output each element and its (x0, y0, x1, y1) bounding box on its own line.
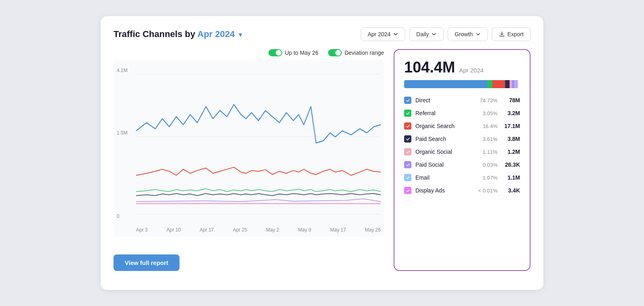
total-number: 104.4M (404, 59, 455, 76)
main-card: Traffic Channels by Apr 2024 ▾ Apr 2024 … (101, 16, 543, 290)
x-label-6: May 17 (330, 227, 346, 233)
y-label-zero: 0 (117, 213, 120, 219)
channel-pct: < 0.01% (477, 188, 497, 194)
toggle-switch-may[interactable] (268, 49, 282, 56)
channel-val: 1.2M (502, 149, 520, 155)
stacked-bar-segment-display-ads (516, 80, 518, 88)
channel-val: 78M (502, 97, 520, 103)
total-period: Apr 2024 (459, 67, 484, 74)
toggle-label-may: Up to May 26 (285, 50, 318, 56)
channel-checkbox-paid-social[interactable] (404, 161, 411, 168)
channel-name: Email (415, 174, 473, 181)
interval-chevron-icon (431, 31, 437, 37)
x-label-0: Apr 3 (136, 227, 148, 233)
view-report-button[interactable]: View full report (114, 254, 180, 271)
export-label: Export (508, 31, 524, 37)
channel-name: Direct (415, 97, 473, 103)
channel-name: Organic Social (415, 149, 473, 155)
channel-checkbox-referral[interactable] (404, 110, 411, 117)
card-title: Traffic Channels by Apr 2024 ▾ (114, 29, 242, 39)
x-label-1: Apr 10 (167, 227, 181, 233)
channel-checkbox-direct[interactable] (404, 97, 411, 104)
channel-val: 17.1M (502, 123, 520, 129)
channel-row[interactable]: Organic Social1.11%1.2M (404, 146, 520, 157)
channel-val: 3.2M (502, 110, 520, 116)
channel-val: 3.8M (502, 136, 520, 142)
channel-row[interactable]: Referral3.05%3.2M (404, 108, 520, 119)
metric-dropdown[interactable]: Growth (448, 27, 487, 41)
header-controls: Apr 2024 Daily Growth Export (361, 27, 530, 41)
channel-name: Paid Search (415, 136, 473, 142)
channel-list: Direct74.73%78MReferral3.05%3.2MOrganic … (404, 95, 520, 196)
toggle-deviation[interactable]: Deviation range (328, 49, 384, 56)
channel-checkbox-email[interactable] (404, 174, 411, 181)
channel-val: 3.4K (502, 187, 520, 194)
export-button[interactable]: Export (492, 27, 530, 41)
metric-label: Growth (454, 31, 473, 37)
channel-checkbox-organic-social[interactable] (404, 148, 411, 155)
channel-pct: 1.07% (477, 175, 497, 181)
x-label-4: May 2 (266, 227, 279, 233)
interval-dropdown[interactable]: Daily (409, 27, 444, 41)
interval-label: Daily (416, 31, 429, 37)
channel-name: Display Ads (415, 187, 473, 194)
card-header: Traffic Channels by Apr 2024 ▾ Apr 2024 … (114, 27, 530, 41)
export-icon (499, 31, 505, 37)
channel-row[interactable]: Direct74.73%78M (404, 95, 520, 106)
channel-checkbox-organic-search[interactable] (404, 122, 411, 130)
chart-wrapper: 4.1M 1.5M 0 (114, 60, 384, 237)
toggle-label-deviation: Deviation range (345, 50, 384, 56)
stacked-bar-segment-paid-search (505, 80, 510, 88)
channel-pct: 3.05% (477, 110, 497, 116)
title-type[interactable]: Apr 2024 (197, 29, 235, 39)
channel-name: Referral (415, 110, 473, 116)
date-label: Apr 2024 (367, 31, 390, 37)
x-axis-labels: Apr 3 Apr 10 Apr 17 Apr 25 May 2 May 9 M… (136, 227, 381, 233)
chart-area: Up to May 26 Deviation range 4.1M 1.5M 0 (114, 49, 384, 271)
toggle-up-to-may[interactable]: Up to May 26 (268, 49, 318, 56)
y-label-top: 4.1M (117, 68, 128, 73)
channel-row[interactable]: Paid Search3.61%3.8M (404, 133, 520, 145)
channel-row[interactable]: Email1.07%1.1M (404, 172, 520, 183)
channel-checkbox-display-ads[interactable] (404, 187, 411, 194)
x-label-5: May 9 (298, 227, 312, 233)
channel-pct: 0.03% (477, 162, 497, 168)
x-label-7: May 26 (365, 227, 381, 233)
channel-row[interactable]: Organic Search16.4%17.1M (404, 120, 520, 132)
stacked-bar-segment-direct (404, 80, 487, 88)
sidebar-panel: 104.4M Apr 2024 Direct74.73%78MReferral3… (394, 49, 530, 271)
channel-name: Paid Social (415, 161, 473, 168)
date-chevron-icon (393, 31, 398, 37)
channel-val: 26.3K (502, 161, 520, 168)
channel-name: Organic Search (415, 123, 473, 129)
date-dropdown[interactable]: Apr 2024 (361, 27, 405, 41)
title-prefix: Traffic Channels by (114, 29, 197, 39)
channel-row[interactable]: Display Ads< 0.01%3.4K (404, 185, 520, 196)
card-body: Up to May 26 Deviation range 4.1M 1.5M 0 (114, 49, 530, 271)
y-label-mid: 1.5M (117, 130, 128, 136)
channel-pct: 1.11% (477, 149, 497, 155)
channel-checkbox-paid-search[interactable] (404, 135, 411, 143)
channel-row[interactable]: Paid Social0.03%26.3K (404, 159, 520, 170)
channel-pct: 3.61% (477, 136, 497, 142)
stacked-bar-segment-referral (487, 80, 492, 88)
metric-chevron-icon (475, 31, 481, 37)
stacked-bar-segment-organic-search (492, 80, 505, 88)
stacked-bar (404, 80, 520, 88)
x-label-2: Apr 17 (200, 227, 214, 233)
chart-svg (136, 66, 381, 216)
channel-val: 1.1M (502, 174, 520, 181)
legend-toggles: Up to May 26 Deviation range (114, 49, 384, 56)
toggle-switch-deviation[interactable] (328, 49, 342, 56)
channel-pct: 74.73% (477, 97, 497, 103)
title-chevron-icon[interactable]: ▾ (239, 31, 242, 39)
x-label-3: Apr 25 (233, 227, 247, 233)
channel-pct: 16.4% (477, 123, 497, 129)
total-row: 104.4M Apr 2024 (404, 59, 520, 76)
